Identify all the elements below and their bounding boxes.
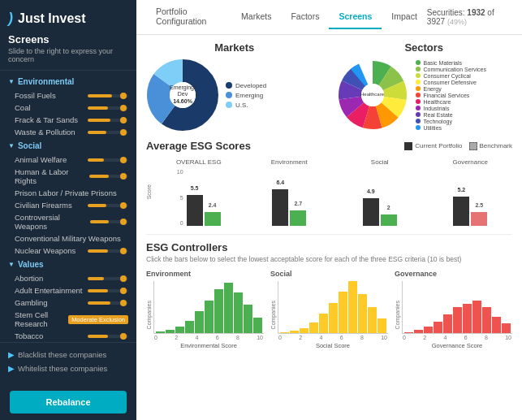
moderate-badge: Moderate Exclusion (68, 315, 128, 324)
legend-color (416, 119, 421, 123)
item-label: Prison Labor / Private Prisons (15, 188, 117, 197)
social-title: Social (270, 270, 388, 278)
sidebar-item-waste[interactable]: Waste & Pollution (0, 126, 136, 138)
sidebar: ) Just Invest Screens Slide to the right… (0, 0, 136, 420)
blacklist-item[interactable]: ▶ Blacklist these companies (8, 348, 128, 362)
sidebar-item-frack[interactable]: Frack & Tar Sands (0, 114, 136, 126)
hist-bar[interactable] (300, 328, 308, 333)
nav-factors[interactable]: Factors (281, 5, 329, 29)
sidebar-item-prison[interactable]: Prison Labor / Private Prisons (0, 187, 136, 199)
slider-gambling[interactable] (88, 301, 128, 305)
hist-bar[interactable] (424, 327, 433, 333)
logo-area: ) Just Invest (8, 10, 128, 27)
legend-color (416, 125, 421, 130)
chart-label: Environment (271, 158, 308, 166)
nav-portfolio-config[interactable]: Portfolio Configuration (146, 0, 231, 34)
hist-bar[interactable] (414, 330, 423, 333)
legend-color (416, 93, 421, 97)
slider-tobacco[interactable] (88, 335, 128, 338)
hist-bar[interactable] (309, 323, 318, 333)
item-label: Abortion (15, 274, 43, 283)
hist-bar[interactable] (377, 318, 386, 333)
hist-bar[interactable] (280, 332, 289, 333)
esg-controllers-section: ESG Controllers Click the bars below to … (146, 234, 512, 349)
rebalance-button[interactable]: Rebalance (10, 391, 127, 414)
slider-adult[interactable] (88, 289, 128, 292)
legend-label: Technology (424, 119, 452, 124)
sidebar-item-adult[interactable]: Adult Entertainment (0, 284, 136, 297)
legend-label: Emerging (235, 92, 263, 99)
hist-bar[interactable] (492, 317, 501, 333)
slider-frack[interactable] (88, 119, 128, 122)
chart-label: Governance (452, 158, 488, 166)
markets-title: Markets (146, 41, 323, 54)
sidebar-item-fossil-fuels[interactable]: Fossil Fuels (0, 89, 136, 102)
hist-bar[interactable] (244, 305, 252, 333)
hist-bar[interactable] (234, 292, 243, 333)
hist-bar[interactable] (156, 331, 165, 333)
hist-bar[interactable] (205, 301, 214, 333)
slider-abortion[interactable] (88, 277, 128, 280)
legend-color (416, 99, 421, 104)
hist-bar[interactable] (443, 314, 452, 333)
sidebar-item-conventional[interactable]: Conventional Military Weapons (0, 232, 136, 245)
slider-animal[interactable] (88, 158, 128, 162)
sidebar-item-abortion[interactable]: Abortion (0, 272, 136, 284)
category-social[interactable]: ▼ Social (0, 138, 136, 154)
hist-bar[interactable] (166, 330, 175, 333)
nav-markets[interactable]: Markets (231, 5, 281, 29)
category-environmental[interactable]: ▼ Environmental (0, 74, 136, 89)
hist-bar[interactable] (339, 292, 347, 333)
sidebar-item-labor[interactable]: Human & Labor Rights (0, 166, 136, 187)
hist-bar[interactable] (319, 314, 328, 333)
slider-waste[interactable] (88, 131, 128, 134)
sidebar-item-controversial[interactable]: Controversial Weapons (0, 211, 136, 232)
legend-label: Financial Services (424, 93, 470, 98)
slider-controversial[interactable] (90, 220, 128, 223)
hist-bar[interactable] (404, 332, 413, 333)
legend-label: Industrials (424, 106, 450, 111)
sector-realestate: Real Estate (416, 112, 486, 118)
hist-bar[interactable] (482, 307, 491, 333)
esg-scores-section: Average ESG Scores Current Portfolio Ben… (146, 140, 512, 226)
hist-bar[interactable] (214, 289, 223, 333)
sidebar-item-stem[interactable]: Stem Cell Research Moderate Exclusion (0, 309, 136, 330)
sector-tech: Technology (416, 119, 486, 124)
whitelist-item[interactable]: ▶ Whitelist these companies (8, 362, 128, 375)
hist-bar[interactable] (195, 311, 204, 333)
hist-bar[interactable] (348, 281, 357, 333)
nav-impact[interactable]: Impact (382, 5, 427, 29)
hist-bar[interactable] (358, 294, 367, 333)
hist-bar[interactable] (368, 307, 377, 333)
slider-firearms[interactable] (88, 204, 128, 207)
governance-x-label: Governance Score (402, 342, 512, 349)
hist-bar[interactable] (434, 322, 442, 333)
sidebar-item-tobacco[interactable]: Tobacco (0, 330, 136, 342)
hist-bar[interactable] (463, 304, 472, 333)
chevron-down-icon: ▼ (8, 142, 15, 149)
esg-title: Average ESG Scores (146, 140, 251, 152)
hist-bar[interactable] (224, 283, 233, 333)
hist-bar[interactable] (175, 327, 184, 333)
slider-labor[interactable] (89, 175, 128, 178)
legend-color (416, 86, 421, 91)
hist-bar[interactable] (253, 318, 262, 333)
controllers-row: Environment Companies (146, 270, 512, 349)
category-values[interactable]: ▼ Values (0, 257, 136, 272)
slider-coal[interactable] (88, 106, 128, 110)
slider-nuclear[interactable] (88, 249, 128, 253)
hist-bar[interactable] (329, 303, 338, 333)
hist-bar[interactable] (472, 301, 481, 333)
hist-bar[interactable] (185, 321, 194, 333)
nav-screens[interactable]: Screens (329, 5, 382, 29)
sidebar-item-animal[interactable]: Animal Welfare (0, 154, 136, 166)
slider-fossil-fuels[interactable] (88, 94, 128, 97)
sidebar-item-nuclear[interactable]: Nuclear Weapons (0, 245, 136, 257)
legend-developed: Developed (226, 82, 266, 89)
sidebar-item-gambling[interactable]: Gambling (0, 297, 136, 309)
sidebar-item-coal[interactable]: Coal (0, 102, 136, 114)
sidebar-item-firearms[interactable]: Civilian Firearms (0, 199, 136, 211)
hist-bar[interactable] (453, 307, 462, 333)
hist-bar[interactable] (502, 323, 511, 333)
hist-bar[interactable] (290, 331, 299, 333)
